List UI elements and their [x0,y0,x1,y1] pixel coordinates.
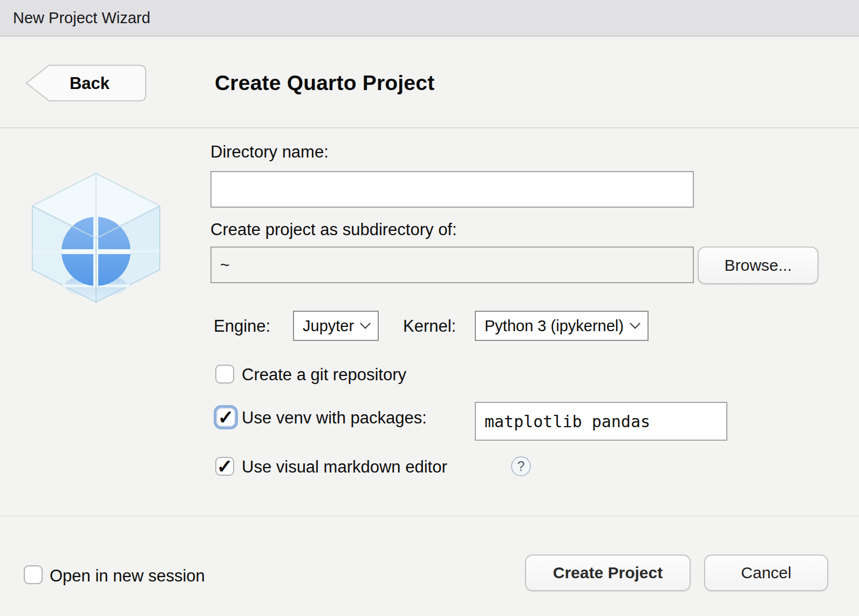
wizard-footer: Open in new session Create Project Cance… [0,516,859,616]
back-button[interactable]: Back [25,63,148,103]
git-repository-checkbox[interactable] [215,365,234,384]
cancel-button-label: Cancel [741,564,791,582]
engine-select[interactable]: Jupyter [293,311,379,341]
directory-name-label: Directory name: [210,142,329,162]
create-project-button-label: Create Project [553,564,663,582]
wizard-header: Back Create Quarto Project [0,38,859,128]
directory-name-input[interactable] [210,171,694,208]
kernel-selected-value: Python 3 (ipykernel) [485,317,624,335]
visual-markdown-editor-label: Use visual markdown editor [242,457,447,477]
quarto-logo [25,170,167,305]
browse-button-label: Browse... [724,256,792,275]
open-in-new-session-label: Open in new session [50,566,205,586]
venv-packages-input[interactable] [475,402,727,441]
venv-label: Use venv with packages: [242,408,427,428]
chevron-down-icon [630,318,640,329]
back-button-label: Back [70,74,110,93]
venv-checkbox[interactable]: ✓ [216,408,235,427]
visual-markdown-editor-checkbox[interactable]: ✓ [215,457,234,476]
cancel-button[interactable]: Cancel [704,555,828,591]
window-titlebar: New Project Wizard [0,0,859,37]
page-title: Create Quarto Project [215,61,434,105]
create-project-button[interactable]: Create Project [525,555,691,591]
help-icon[interactable]: ? [511,456,531,476]
git-repository-label: Create a git repository [242,365,406,385]
engine-selected-value: Jupyter [303,317,354,335]
open-in-new-session-checkbox[interactable] [24,565,43,584]
new-project-wizard-dialog: New Project Wizard Back Create Quarto Pr… [0,0,859,616]
wizard-body: Directory name: Create project as subdir… [0,129,859,516]
subdirectory-input[interactable] [210,247,694,283]
browse-button[interactable]: Browse... [698,247,819,284]
kernel-label: Kernel: [403,317,456,336]
chevron-down-icon [360,318,371,329]
engine-label: Engine: [214,317,270,336]
window-title: New Project Wizard [13,0,151,36]
kernel-select[interactable]: Python 3 (ipykernel) [475,311,649,341]
question-mark-glyph: ? [517,458,525,474]
subdirectory-label: Create project as subdirectory of: [210,220,457,239]
